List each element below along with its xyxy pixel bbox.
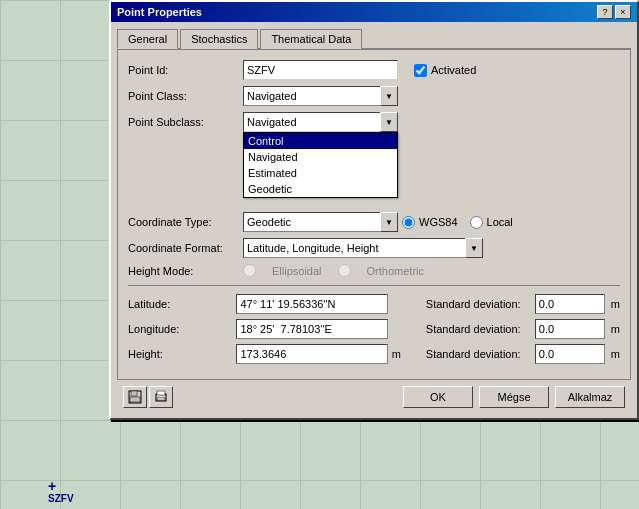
point-subclass-dropdown-list: Control Navigated Estimated Geodetic xyxy=(243,132,398,198)
save-icon-button[interactable] xyxy=(123,386,147,408)
latitude-label: Latitude: xyxy=(128,298,236,310)
subclass-option-control[interactable]: Control xyxy=(244,133,397,149)
svg-rect-2 xyxy=(130,397,140,402)
point-id-label: Point Id: xyxy=(128,64,243,76)
local-label: Local xyxy=(487,216,513,228)
title-buttons: ? × xyxy=(597,5,631,19)
subclass-option-navigated[interactable]: Navigated xyxy=(244,149,397,165)
wgs84-label: WGS84 xyxy=(419,216,458,228)
longitude-std-dev-input[interactable] xyxy=(535,319,605,339)
dialog-body: General Stochastics Thematical Data Poin… xyxy=(111,22,637,418)
point-subclass-container: Navigated ▼ Control Navigated Estimated … xyxy=(243,112,398,132)
ellipsoidal-radio xyxy=(243,264,256,277)
height-std-dev-input[interactable] xyxy=(535,344,605,364)
save-icon xyxy=(128,390,142,404)
subclass-option-estimated[interactable]: Estimated xyxy=(244,165,397,181)
coordinate-system-radio-group: WGS84 Local xyxy=(402,216,513,229)
activated-label: Activated xyxy=(431,64,476,76)
tab-stochastics[interactable]: Stochastics xyxy=(180,29,258,49)
coordinate-format-dropdown-wrapper: Latitude, Longitude, Height ▼ xyxy=(243,238,483,258)
tab-content-general: Point Id: Activated Point Class: Navigat… xyxy=(117,50,631,380)
height-input[interactable] xyxy=(236,344,387,364)
height-std-dev-group: Standard deviation: m xyxy=(426,344,620,364)
point-properties-dialog: Point Properties ? × General Stochastics… xyxy=(109,0,639,420)
height-label: Height: xyxy=(128,348,236,360)
point-subclass-row: Point Subclass: Navigated ▼ Control Navi… xyxy=(128,112,620,132)
coordinate-type-row: Coordinate Type: Geodetic ▼ WGS84 Local xyxy=(128,212,620,232)
dialog-title: Point Properties xyxy=(117,6,202,18)
activated-checkbox-area: Activated xyxy=(414,64,476,77)
orthometric-label: Orthometric xyxy=(367,265,424,277)
latitude-row: Latitude: Standard deviation: m xyxy=(128,294,620,314)
point-class-row: Point Class: Navigated ▼ xyxy=(128,86,620,106)
orthometric-radio xyxy=(338,264,351,277)
coordinate-format-select[interactable]: Latitude, Longitude, Height xyxy=(243,238,483,258)
button-row: OK Mégse Alkalmaz xyxy=(117,380,631,412)
height-mode-radio-group: Ellipsoidal Orthometric xyxy=(243,264,424,277)
latitude-std-dev-input[interactable] xyxy=(535,294,605,314)
coordinate-type-label: Coordinate Type: xyxy=(128,216,243,228)
activated-checkbox[interactable] xyxy=(414,64,427,77)
height-mode-label: Height Mode: xyxy=(128,265,243,277)
coordinate-type-select[interactable]: Geodetic xyxy=(243,212,398,232)
coordinate-format-label: Coordinate Format: xyxy=(128,242,243,254)
point-subclass-display[interactable]: Navigated xyxy=(243,112,398,132)
divider xyxy=(128,285,620,286)
print-icon xyxy=(154,390,168,404)
latitude-std-dev-unit: m xyxy=(611,298,620,310)
point-id-row: Point Id: Activated xyxy=(128,60,620,80)
tab-general[interactable]: General xyxy=(117,29,178,49)
svg-rect-1 xyxy=(131,391,137,396)
latitude-std-dev-group: Standard deviation: m xyxy=(426,294,620,314)
point-id-input[interactable] xyxy=(243,60,398,80)
height-row: Height: m Standard deviation: m xyxy=(128,344,620,364)
wgs84-radio[interactable] xyxy=(402,216,415,229)
point-subclass-label: Point Subclass: xyxy=(128,116,243,128)
local-radio[interactable] xyxy=(470,216,483,229)
apply-button[interactable]: Alkalmaz xyxy=(555,386,625,408)
point-class-select[interactable]: Navigated xyxy=(243,86,398,106)
tab-thematical-data[interactable]: Thematical Data xyxy=(260,29,362,49)
cancel-button[interactable]: Mégse xyxy=(479,386,549,408)
height-unit: m xyxy=(392,348,406,360)
longitude-input[interactable] xyxy=(236,319,387,339)
latitude-std-dev-label: Standard deviation: xyxy=(426,298,531,310)
height-std-dev-unit: m xyxy=(611,348,620,360)
longitude-std-dev-group: Standard deviation: m xyxy=(426,319,620,339)
ok-button[interactable]: OK xyxy=(403,386,473,408)
coordinate-type-dropdown-wrapper: Geodetic ▼ xyxy=(243,212,398,232)
longitude-row: Longitude: Standard deviation: m xyxy=(128,319,620,339)
dialog-titlebar: Point Properties ? × xyxy=(111,2,637,22)
height-std-dev-label: Standard deviation: xyxy=(426,348,531,360)
print-icon-button[interactable] xyxy=(149,386,173,408)
latitude-input[interactable] xyxy=(236,294,387,314)
height-mode-row: Height Mode: Ellipsoidal Orthometric xyxy=(128,264,620,277)
point-class-dropdown-wrapper: Navigated ▼ xyxy=(243,86,398,106)
coordinate-format-row: Coordinate Format: Latitude, Longitude, … xyxy=(128,238,620,258)
tab-bar: General Stochastics Thematical Data xyxy=(117,28,631,50)
subclass-option-geodetic[interactable]: Geodetic xyxy=(244,181,397,197)
close-button[interactable]: × xyxy=(615,5,631,19)
point-marker: SZFV xyxy=(48,479,74,504)
help-button[interactable]: ? xyxy=(597,5,613,19)
longitude-std-dev-label: Standard deviation: xyxy=(426,323,531,335)
longitude-label: Longitude: xyxy=(128,323,236,335)
point-class-label: Point Class: xyxy=(128,90,243,102)
longitude-std-dev-unit: m xyxy=(611,323,620,335)
left-icon-buttons xyxy=(123,386,173,408)
svg-rect-5 xyxy=(157,398,165,400)
ellipsoidal-label: Ellipsoidal xyxy=(272,265,322,277)
svg-rect-4 xyxy=(157,391,165,395)
